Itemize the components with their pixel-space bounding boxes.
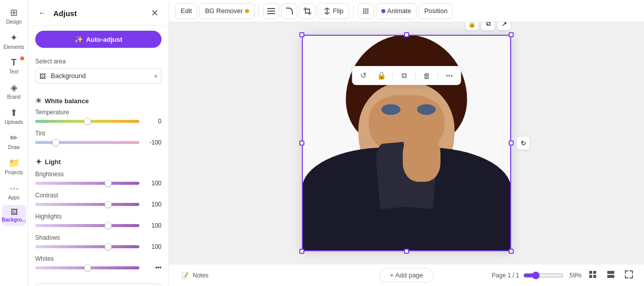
position-button[interactable]: Position <box>419 3 453 19</box>
brightness-track[interactable] <box>35 182 139 185</box>
svg-point-6 <box>363 10 364 12</box>
bg-remover-button[interactable]: BG Remover <box>199 3 254 19</box>
right-controls: ↻ <box>516 136 530 150</box>
sidebar-item-design[interactable]: ⊞ Design <box>2 4 26 28</box>
shadows-thumb[interactable] <box>105 243 112 250</box>
white-balance-label: White balance <box>45 97 89 105</box>
lines-icon <box>267 8 275 14</box>
delete-floating-button[interactable]: 🗑 <box>420 68 434 83</box>
sidebar-item-label-elements: Elements <box>4 44 25 50</box>
animate-button[interactable]: Animate <box>376 3 417 19</box>
handle-bm[interactable] <box>404 249 409 254</box>
background-icon: 🖼 <box>11 208 18 216</box>
brightness-thumb[interactable] <box>105 180 112 187</box>
sidebar-item-text[interactable]: T Text <box>2 54 26 78</box>
rotate-floating-button[interactable]: ↺ <box>357 68 371 83</box>
copy-floating-button[interactable]: ⧉ <box>397 68 412 83</box>
tint-thumb[interactable] <box>52 139 59 146</box>
sidebar-item-elements[interactable]: ✦ Elements <box>2 29 26 53</box>
temperature-row: Temperature 0 <box>28 107 169 128</box>
sidebar-item-draw[interactable]: ✏ Draw <box>2 129 26 154</box>
projects-icon: 📁 <box>9 158 20 169</box>
contrast-track[interactable] <box>35 203 139 206</box>
notes-button[interactable]: 📝 Notes <box>177 267 212 283</box>
text-badge <box>20 56 24 60</box>
svg-rect-16 <box>607 271 614 274</box>
contrast-row: Contrast 100 <box>28 190 169 211</box>
close-button[interactable]: ✕ <box>147 6 162 20</box>
grid-view-button[interactable] <box>586 268 600 282</box>
handle-tl[interactable] <box>299 32 304 37</box>
sidebar-item-background[interactable]: 🖼 Backgro... <box>2 205 26 226</box>
corner-icon <box>285 7 293 15</box>
handle-mr[interactable] <box>509 140 514 146</box>
sidebar-item-uploads[interactable]: ⬆ Uploads <box>2 104 26 128</box>
handle-br[interactable] <box>509 249 514 254</box>
contrast-thumb[interactable] <box>105 201 112 208</box>
corner-button[interactable] <box>281 3 297 19</box>
sidebar-item-label-brand: Brand <box>7 94 21 100</box>
background-select-icon: 🖼 <box>39 72 46 80</box>
zoom-slider[interactable] <box>523 271 564 279</box>
lines-button[interactable] <box>263 3 279 19</box>
handle-ml[interactable] <box>299 140 304 146</box>
handle-tm[interactable] <box>404 32 409 37</box>
add-page-button[interactable]: + Add page <box>379 268 434 282</box>
white-balance-icon: ☀ <box>35 97 42 105</box>
lock-floating-button[interactable]: 🔒 <box>375 68 389 83</box>
zoom-value: 59% <box>566 272 582 279</box>
whites-thumb[interactable] <box>84 264 91 271</box>
reset-adjustments-button[interactable]: Reset adjustments <box>35 283 162 286</box>
brightness-slider-container: 100 <box>35 180 162 187</box>
whites-row: Whites ••• <box>28 253 169 274</box>
whites-track[interactable] <box>35 266 139 269</box>
svg-rect-1 <box>267 11 275 12</box>
light-heading: ✦ Light <box>28 153 169 169</box>
whites-slider-container: ••• <box>35 264 162 271</box>
highlights-track[interactable] <box>35 224 139 227</box>
canvas-area: 🔒 ⧉ ↗ ↺ 🔒 ⧉ 🗑 ••• <box>169 22 644 264</box>
handle-tr[interactable] <box>509 32 514 37</box>
dots-pattern-button[interactable] <box>358 3 374 19</box>
duplicate-mini-button[interactable]: ⧉ <box>481 22 495 31</box>
select-wrapper: 🖼 Background Subject Whole image ▾ <box>35 68 162 84</box>
flip-button[interactable]: Flip <box>317 3 349 19</box>
area-select[interactable]: Background Subject Whole image <box>35 68 162 84</box>
list-view-button[interactable] <box>604 268 618 282</box>
tint-label: Tint <box>35 130 162 137</box>
crop-icon <box>303 7 311 15</box>
text-icon: T <box>11 57 17 68</box>
share-mini-button[interactable]: ↗ <box>497 22 511 31</box>
sidebar: ⊞ Design ✦ Elements T Text ◈ Brand ⬆ Upl… <box>0 0 28 286</box>
highlights-thumb[interactable] <box>105 222 112 229</box>
temperature-track[interactable] <box>35 120 139 123</box>
sidebar-item-label-draw: Draw <box>8 145 20 151</box>
light-label: Light <box>45 158 61 166</box>
temperature-thumb[interactable] <box>84 118 91 125</box>
back-button[interactable]: ← <box>35 6 49 20</box>
zoom-control: 59% <box>523 271 582 279</box>
brightness-row: Brightness 100 <box>28 169 169 190</box>
svg-point-8 <box>367 10 368 12</box>
edit-button[interactable]: Edit <box>175 3 197 19</box>
canvas-wrapper: 🔒 ⧉ ↗ ↺ 🔒 ⧉ 🗑 ••• <box>302 35 511 251</box>
sidebar-item-brand[interactable]: ◈ Brand <box>2 79 26 103</box>
floating-divider-2 <box>416 71 416 80</box>
handle-bl[interactable] <box>299 249 304 254</box>
sidebar-item-projects[interactable]: 📁 Projects <box>2 155 26 179</box>
more-floating-button[interactable]: ••• <box>443 68 457 83</box>
crop-button[interactable] <box>299 3 315 19</box>
fullscreen-button[interactable] <box>622 268 636 282</box>
tint-track[interactable] <box>35 141 139 144</box>
bg-remover-badge <box>245 9 249 13</box>
sidebar-item-apps[interactable]: ⋯ Apps <box>2 180 26 204</box>
sidebar-item-label-apps: Apps <box>8 195 20 201</box>
floating-toolbar: ↺ 🔒 ⧉ 🗑 ••• <box>352 66 461 85</box>
shadows-track[interactable] <box>35 245 139 248</box>
rotate-right-button[interactable]: ↻ <box>516 136 530 150</box>
lock-mini-button[interactable]: 🔒 <box>465 22 479 31</box>
svg-point-7 <box>365 10 366 12</box>
auto-adjust-button[interactable]: ✨ Auto-adjust <box>35 31 162 48</box>
svg-point-10 <box>365 12 366 14</box>
fullscreen-icon <box>625 270 633 278</box>
